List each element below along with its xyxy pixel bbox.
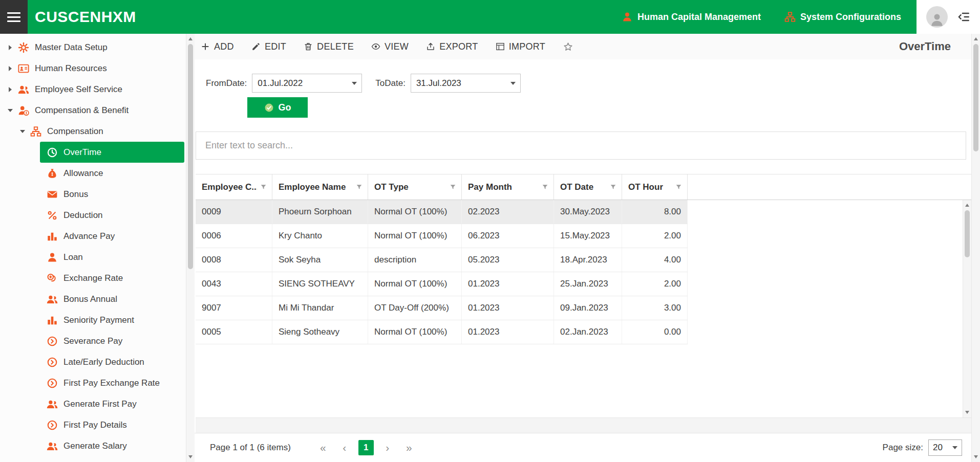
user-avatar[interactable] [926, 6, 948, 28]
import-button[interactable]: IMPORT [496, 41, 545, 52]
table-row[interactable]: 0008 Sok Seyha description 05.2023 18.Ap… [196, 248, 688, 272]
filter-icon[interactable] [450, 184, 456, 190]
sidebar-item-compensation[interactable]: Compensation [0, 121, 195, 142]
view-button[interactable]: VIEW [371, 41, 409, 52]
sidebar-item-compensation-and-benefit[interactable]: Compensation & Benefit [0, 100, 195, 121]
scrollbar-thumb[interactable] [973, 44, 978, 151]
page-size-value: 20 [933, 443, 943, 453]
scroll-up-arrow[interactable] [186, 35, 195, 43]
sidebar-item-late-early-deduction[interactable]: Late/Early Deduction [40, 351, 184, 372]
top-bar: CUSCENHXM Human Capital Management Syste… [0, 0, 980, 34]
scrollbar-thumb[interactable] [965, 210, 970, 257]
toolbar: ADD EDIT DELETE VIEW EXPORT IMPORT [195, 34, 971, 59]
collapse-arrow-icon[interactable] [19, 128, 26, 135]
fromdate-dropdown-button[interactable] [347, 74, 361, 92]
fromdate-input[interactable]: 01.Jul.2022 [252, 74, 362, 93]
nav-system-configurations[interactable]: System Configurations [784, 11, 901, 23]
table-cell: 09.Jan.2023 [554, 296, 622, 320]
sidebar-item-exchange-rate[interactable]: Exchange Rate [40, 268, 184, 289]
sidebar-item-deduction[interactable]: Deduction [40, 205, 184, 226]
table-row[interactable]: 0005 Sieng Sotheavy Normal OT (100%) 01.… [196, 320, 688, 344]
go-button[interactable]: Go [247, 97, 308, 118]
expand-arrow-icon[interactable] [7, 45, 13, 51]
sidebar-item-loan[interactable]: Loan [40, 247, 184, 268]
favorite-star-button[interactable] [563, 41, 573, 52]
nav-human-capital-management[interactable]: Human Capital Management [622, 11, 761, 23]
todate-input[interactable]: 31.Jul.2023 [411, 74, 521, 93]
filter-icon[interactable] [610, 184, 616, 190]
table-cell: Normal OT (100%) [368, 224, 462, 248]
sidebar-item-human-resources[interactable]: Human Resources [0, 58, 195, 79]
table-row[interactable]: 9007 Mi Mi Thandar OT Day-Off (200%) 01.… [196, 296, 688, 320]
sidebar-item-first-pay-details[interactable]: First Pay Details [40, 414, 184, 435]
column-header-pay-month[interactable]: Pay Month [462, 174, 554, 200]
scroll-down-arrow[interactable] [186, 453, 195, 461]
expand-arrow-icon[interactable] [7, 65, 13, 72]
page-size-select[interactable]: 20 [928, 439, 962, 456]
sidebar-item-label: Compensation & Benefit [35, 105, 129, 116]
grid-scrollbar[interactable] [963, 200, 971, 417]
search-input[interactable] [196, 131, 966, 160]
content-area: Master Data Setup Human Resources Employ… [0, 34, 980, 462]
sidebar-item-first-pay-exchange-rate[interactable]: First Pay Exchange Rate [40, 372, 184, 393]
sidebar-item-seniority-payment[interactable]: Seniority Payment [40, 310, 184, 331]
table-row[interactable]: 0009 Phoeurn Sorphoan Normal OT (100%) 0… [196, 200, 688, 224]
edit-button[interactable]: EDIT [251, 41, 286, 52]
table-row[interactable]: 0006 Kry Chanto Normal OT (100%) 06.2023… [196, 224, 688, 248]
sidebar-item-overtime[interactable]: OverTime [40, 142, 184, 163]
table-row[interactable]: 0043 SIENG SOTHEAVY Normal OT (100%) 01.… [196, 272, 688, 296]
filter-icon[interactable] [260, 184, 267, 190]
hamburger-menu-button[interactable] [0, 0, 28, 34]
grid-body: 0009 Phoeurn Sorphoan Normal OT (100%) 0… [196, 200, 971, 417]
sidebar-item-label: Generate First Pay [63, 399, 137, 409]
sidebar-item-allowance[interactable]: Allowance [40, 163, 184, 184]
grid-footer-strip [196, 417, 971, 433]
filter-icon[interactable] [675, 184, 682, 190]
scroll-up-arrow[interactable] [972, 35, 980, 43]
add-button[interactable]: ADD [201, 41, 234, 52]
sidebar-item-bonus[interactable]: Bonus [40, 184, 184, 205]
sidebar-item-employee-self-service[interactable]: Employee Self Service [0, 79, 195, 100]
collapse-arrow-icon[interactable] [7, 107, 13, 114]
trash-icon [304, 42, 313, 51]
column-header-employee-code[interactable]: Employee C... [196, 174, 272, 200]
sidebar-item-advance-pay[interactable]: Advance Pay [40, 226, 184, 247]
scroll-down-arrow[interactable] [963, 408, 971, 416]
sidebar-item-label: Bonus Annual [63, 294, 117, 304]
column-header-ot-date[interactable]: OT Date [554, 174, 622, 200]
scrollbar-thumb[interactable] [188, 44, 193, 269]
todate-dropdown-button[interactable] [506, 74, 520, 92]
expand-arrow-icon[interactable] [7, 86, 13, 93]
column-header-ot-hour[interactable]: OT Hour [622, 174, 688, 200]
scroll-up-arrow[interactable] [963, 201, 971, 209]
sidebar-item-bonus-annual[interactable]: Bonus Annual [40, 289, 184, 310]
nav-label: Human Capital Management [637, 12, 761, 23]
top-right-area [917, 0, 980, 34]
sidebar-item-master-data-setup[interactable]: Master Data Setup [0, 37, 195, 58]
column-header-employee-name[interactable]: Employee Name [272, 174, 368, 200]
sidebar-scrollbar[interactable] [186, 34, 195, 462]
page-scrollbar[interactable] [971, 34, 980, 462]
star-icon [563, 41, 573, 52]
collapse-panel-icon[interactable] [957, 10, 970, 24]
filter-icon[interactable] [542, 184, 548, 190]
sidebar-item-label: Allowance [63, 168, 103, 179]
export-button[interactable]: EXPORT [426, 41, 478, 52]
scroll-down-arrow[interactable] [972, 453, 980, 461]
first-page-button[interactable]: « [315, 440, 331, 455]
next-page-button[interactable]: › [380, 440, 395, 455]
sidebar-item-severance-pay[interactable]: Severance Pay [40, 331, 184, 351]
column-title: OT Date [560, 182, 593, 192]
check-icon [264, 103, 274, 113]
prev-page-button[interactable]: ‹ [337, 440, 352, 455]
last-page-button[interactable]: » [401, 440, 417, 455]
filter-icon[interactable] [356, 184, 363, 190]
sidebar-item-generate-salary[interactable]: Generate Salary [40, 435, 184, 456]
page-1-button[interactable]: 1 [358, 440, 374, 455]
column-header-ot-type[interactable]: OT Type [368, 174, 462, 200]
chevron-down-icon [510, 82, 516, 85]
sidebar-item-generate-first-pay[interactable]: Generate First Pay [40, 393, 184, 414]
table-cell: 02.Jan.2023 [554, 320, 622, 344]
delete-button[interactable]: DELETE [304, 41, 354, 52]
button-label: EDIT [265, 41, 286, 52]
